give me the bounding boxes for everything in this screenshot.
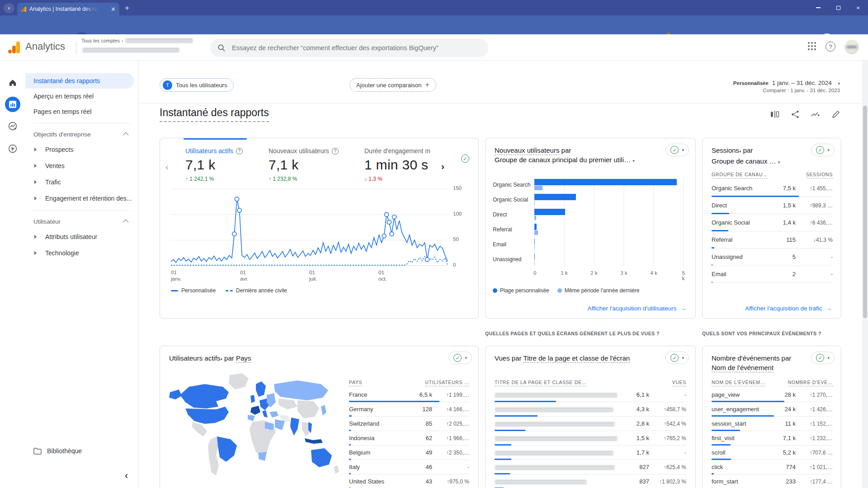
table-row: Unassigned5- bbox=[712, 249, 833, 266]
metric-new-users[interactable]: Nouveaux utilisateurs? 7,1 k ↑ 1 232,8 % bbox=[269, 147, 339, 182]
sidebar-item-realtime-pages[interactable]: Pages en temps réel bbox=[25, 104, 134, 119]
sidebar-divider bbox=[33, 210, 130, 211]
account-switcher[interactable]: Tous les comptes › bbox=[81, 38, 193, 43]
new-tab-button[interactable]: + bbox=[125, 4, 129, 13]
user-avatar[interactable] bbox=[844, 40, 859, 54]
new-users-by-channel-card: Nouveaux utilisateurs par Groupe de cana… bbox=[485, 138, 696, 319]
carousel-prev-icon[interactable]: ‹ bbox=[165, 162, 169, 172]
check-icon: ✓ bbox=[670, 146, 679, 154]
metric-engagement-time[interactable]: Durée d'engagement m 1 min 30 s ↓ 1,3 % bbox=[364, 147, 430, 182]
page-scrollbar[interactable] bbox=[862, 61, 868, 488]
main-content: T Tous les utilisateurs Ajouter une comp… bbox=[138, 61, 868, 488]
data-quality-pill[interactable]: ✓▾ bbox=[811, 352, 835, 364]
bar-row: Unassigned bbox=[493, 252, 689, 267]
help-icon[interactable]: ? bbox=[826, 42, 835, 52]
views-by-page-card: Vues par Titre de la page et classe de l… bbox=[485, 346, 696, 488]
table-row: Germany128↑4 166,… bbox=[349, 402, 469, 417]
explore-icon[interactable] bbox=[5, 118, 20, 134]
data-quality-pill[interactable]: ✓▾ bbox=[448, 352, 472, 364]
sidebar-section-business-objectives[interactable]: Objectifs d'entreprise bbox=[25, 127, 138, 141]
bar-row: Organic Social bbox=[493, 192, 689, 207]
sidebar-section-user[interactable]: Utilisateur bbox=[25, 214, 138, 229]
redacted-page-title bbox=[495, 422, 615, 427]
metric-selector[interactable]: Sessions▾ par bbox=[712, 145, 780, 156]
info-icon[interactable]: ? bbox=[332, 148, 339, 155]
redacted-account-name bbox=[125, 38, 193, 43]
view-traffic-acquisition-link[interactable]: Afficher l'acquisition de trafic→ bbox=[745, 305, 832, 312]
data-quality-pill[interactable]: ✓▾ bbox=[665, 352, 689, 364]
world-map bbox=[162, 369, 343, 483]
dashed-line-swatch bbox=[226, 290, 233, 291]
expand-triangle-icon bbox=[34, 251, 37, 255]
tab-close-icon[interactable]: ✕ bbox=[111, 6, 116, 13]
apps-grid-icon[interactable] bbox=[807, 42, 816, 52]
table-row: Switzerland85↑2 025,… bbox=[349, 417, 469, 431]
metric-active-users[interactable]: Utilisateurs actifs? 7,1 k ↑ 1 242,1 % bbox=[185, 147, 243, 182]
row-value-bar bbox=[712, 282, 712, 283]
view-user-acquisition-link[interactable]: Afficher l'acquisition d'utilisateurs→ bbox=[587, 305, 686, 312]
table-row: click774↑1 021,… bbox=[712, 460, 833, 474]
data-quality-pill[interactable]: ✓▾ bbox=[665, 144, 689, 156]
date-range-picker[interactable]: Personnalisée1 janv. – 31 déc. 2024 ▾ Co… bbox=[733, 80, 840, 93]
chevron-down-icon: ▾ bbox=[827, 356, 830, 360]
table-row: 827↑625,4 % bbox=[495, 460, 686, 474]
window-minimize-button[interactable] bbox=[808, 0, 828, 15]
browser-tab[interactable]: Analytics | Instantané des ra ✕ bbox=[17, 3, 119, 15]
redacted-property-name bbox=[82, 48, 179, 52]
sidebar-item-trafic[interactable]: Trafic bbox=[25, 174, 138, 190]
selected-metric-indicator bbox=[184, 138, 247, 140]
sessions-by-channel-card: Sessions▾ par Groupe de canaux … ▾ ✓▾ GR… bbox=[702, 138, 841, 319]
share-icon[interactable] bbox=[791, 110, 799, 120]
window-maximize-button[interactable] bbox=[828, 0, 848, 15]
search-input[interactable] bbox=[231, 44, 466, 52]
dimension-selector[interactable]: Groupe de canaux principal du premier ut… bbox=[495, 155, 635, 166]
comparison-icon[interactable] bbox=[770, 110, 779, 120]
home-icon[interactable] bbox=[5, 75, 20, 90]
redacted-page-title bbox=[495, 436, 618, 441]
sidebar-item-user-attributes[interactable]: Attributs utilisateur bbox=[25, 229, 138, 245]
edit-pencil-icon[interactable] bbox=[832, 110, 840, 120]
chevron-up-icon bbox=[123, 132, 129, 138]
window-close-button[interactable]: × bbox=[848, 0, 868, 15]
reports-icon[interactable] bbox=[5, 97, 20, 112]
bar-row: Referral bbox=[493, 222, 689, 237]
tab-search-button[interactable]: ˅ bbox=[4, 3, 14, 13]
analytics-logo bbox=[7, 41, 21, 54]
dimension-selector[interactable]: Groupe de canaux … ▾ bbox=[712, 156, 780, 167]
redacted-page-title bbox=[495, 480, 587, 484]
expand-triangle-icon bbox=[34, 180, 37, 184]
sidebar-item-engagement[interactable]: Engagement et rétention des... bbox=[25, 190, 138, 206]
redacted-page-title bbox=[495, 451, 613, 455]
sidebar-item-technology[interactable]: Technologie bbox=[25, 245, 138, 261]
search-bar[interactable] bbox=[210, 39, 488, 57]
data-quality-check-icon[interactable]: ✓ bbox=[461, 155, 469, 163]
sidebar-item-snapshot[interactable]: Instantané des rapports bbox=[25, 73, 134, 89]
product-name: Analytics bbox=[25, 41, 65, 52]
info-icon[interactable]: ? bbox=[236, 148, 243, 155]
advertising-icon[interactable] bbox=[5, 141, 20, 156]
metric-selector[interactable]: Utilisateurs actifs▾ par Pays bbox=[169, 353, 251, 364]
library-link[interactable]: Bibliothèque bbox=[33, 447, 82, 455]
sidebar-item-ventes[interactable]: Ventes bbox=[25, 158, 138, 174]
carousel-next-icon[interactable]: › bbox=[441, 161, 444, 172]
add-comparison-chip[interactable]: Ajouter une comparaison + bbox=[349, 78, 436, 92]
chevron-down-icon: ▾ bbox=[827, 148, 830, 152]
data-quality-pill[interactable]: ✓▾ bbox=[811, 144, 835, 156]
table-row: form_start233↑177,4 … bbox=[712, 474, 833, 488]
all-users-segment-chip[interactable]: T Tous les utilisateurs bbox=[160, 78, 234, 92]
scrollbar-thumb[interactable] bbox=[863, 106, 867, 318]
table-row: Organic Search7,5 k↑1 455,… bbox=[712, 180, 833, 197]
x-tick-label: 01janv. bbox=[171, 269, 181, 282]
table-row: Organic Social1,4 k↑6 436,… bbox=[712, 214, 833, 231]
sidebar-item-realtime-overview[interactable]: Aperçu en temps réel bbox=[25, 89, 134, 104]
chevron-down-icon: ▾ bbox=[465, 356, 467, 360]
sidebar-item-prospects[interactable]: Prospects bbox=[25, 141, 138, 158]
table-row: 837↑1 802,3 % bbox=[495, 474, 686, 488]
table-row: Direct1,5 k↑989,3 … bbox=[712, 197, 833, 214]
bar-row: Organic Search bbox=[493, 177, 689, 192]
channel-bar-chart: Organic SearchOrganic SocialDirectReferr… bbox=[493, 177, 689, 267]
collapse-sidebar-icon[interactable]: ‹ bbox=[125, 470, 128, 482]
series-2-dot bbox=[557, 288, 562, 293]
insights-icon[interactable] bbox=[811, 110, 820, 120]
table-row: page_view28 k↑1 270,… bbox=[712, 388, 833, 402]
